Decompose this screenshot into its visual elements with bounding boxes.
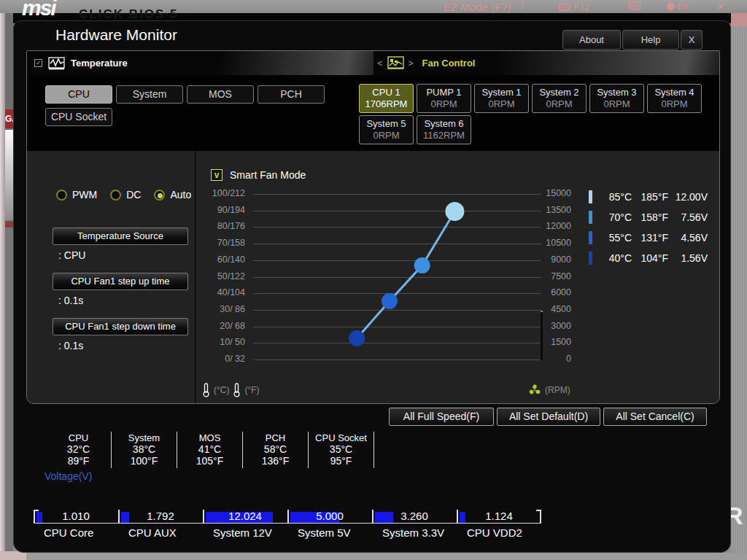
hardware-monitor-window: Hardware Monitor About Help X ✓ Temperat… bbox=[13, 20, 731, 553]
rpm-unit-label: (RPM) bbox=[545, 385, 570, 395]
smart-fan-checkbox[interactable]: v bbox=[211, 169, 222, 181]
temp-source-cpu[interactable]: CPU bbox=[45, 85, 112, 104]
status-celsius: 58°C bbox=[243, 443, 308, 455]
all-set-cancelbutton[interactable]: All Set Cancel(C) bbox=[603, 408, 707, 426]
status-fahrenheit: 89°F bbox=[46, 455, 111, 467]
mode-radio-dc[interactable]: DC bbox=[110, 189, 141, 201]
bios-left-widget bbox=[5, 130, 13, 220]
temperature-status-strip: CPU32°C89°FSystem38°C100°FMOS41°C105°FPC… bbox=[46, 432, 374, 468]
cpu-fan1-step-up-time-button[interactable]: CPU Fan1 step up time bbox=[53, 273, 188, 290]
status-fahrenheit: 105°F bbox=[177, 455, 242, 467]
fan-rpm: 0RPM bbox=[648, 98, 701, 110]
close-button[interactable]: X bbox=[681, 30, 703, 50]
bios-left-edge bbox=[0, 13, 5, 560]
status-temp-pch: PCH58°C136°F bbox=[243, 432, 309, 468]
setting-value: : 0.1s bbox=[58, 340, 188, 351]
all-full-speedbutton[interactable]: All Full Speed(F) bbox=[389, 408, 494, 426]
voltage-value-system-3-3v: 3.260 bbox=[372, 510, 457, 522]
fan-button-system-5[interactable]: System 50RPM bbox=[359, 115, 414, 144]
fan-button-system-6[interactable]: System 61162RPM bbox=[417, 115, 471, 144]
fan-point-row: 40°C104°F1.56V bbox=[589, 248, 708, 268]
setting-temperature-source: Temperature Source: CPU bbox=[53, 228, 188, 261]
voltage-label: System 3.3V bbox=[382, 526, 444, 539]
setting-value: : 0.1s bbox=[58, 295, 188, 306]
about-button[interactable]: About bbox=[562, 30, 621, 50]
temp-source-cpu-socket[interactable]: CPU Socket bbox=[45, 108, 112, 126]
cpu-fan1-step-down-time-button[interactable]: CPU Fan1 step down time bbox=[53, 318, 188, 335]
fan-button-system-4[interactable]: System 40RPM bbox=[647, 84, 702, 113]
panel-header: ✓ Temperature < bbox=[27, 51, 719, 75]
fan-button-system-3[interactable]: System 30RPM bbox=[589, 84, 644, 113]
checkbox-icon: ✓ bbox=[34, 59, 42, 67]
point-temp-c: 40°C bbox=[604, 252, 632, 264]
divider-slash: / bbox=[521, 0, 524, 12]
fan-rpm: 0RPM bbox=[417, 98, 471, 110]
temperature-chart-icon bbox=[48, 57, 65, 70]
status-fahrenheit: 95°F bbox=[309, 455, 374, 467]
fan-curve-point-55c[interactable] bbox=[382, 293, 398, 309]
point-temp-f: 131°F bbox=[632, 232, 668, 244]
setting-cpu-fan1-step-down-time: CPU Fan1 step down time: 0.1s bbox=[53, 318, 188, 351]
point-voltage: 1.56V bbox=[668, 252, 708, 264]
voltage-label: System 12V bbox=[213, 526, 272, 539]
fan-button-system-1[interactable]: System 10RPM bbox=[474, 84, 529, 113]
voltage-label: CPU AUX bbox=[128, 526, 177, 539]
mode-label: DC bbox=[126, 189, 141, 201]
tab-fan-control[interactable]: < > Fan Control bbox=[374, 51, 720, 75]
f12-label: F12 bbox=[573, 1, 589, 12]
msi-logo: msi bbox=[22, 0, 55, 20]
help-button[interactable]: Help bbox=[622, 30, 679, 50]
screenshot-f12-button[interactable]: F12 bbox=[559, 1, 589, 12]
thermometer-icon bbox=[233, 383, 241, 397]
temp-source-system[interactable]: System bbox=[116, 85, 183, 104]
point-voltage: 4.56V bbox=[668, 232, 708, 244]
mode-radio-auto[interactable]: Auto bbox=[154, 189, 191, 201]
bios-bottom-strip bbox=[0, 553, 747, 560]
fan-curve-point-70c[interactable] bbox=[414, 257, 430, 273]
all-set-defaultbutton[interactable]: All Set Default(D) bbox=[497, 408, 600, 426]
point-temp-f: 185°F bbox=[632, 191, 668, 203]
fan-curve-chart: 100/2121500090/1941350080/1761200070/158… bbox=[204, 190, 572, 367]
ez-mode-button[interactable]: EZ Mode (F7) bbox=[444, 1, 511, 13]
mode-radio-pwm[interactable]: PWM bbox=[56, 189, 97, 201]
bell-icon bbox=[667, 2, 675, 10]
mode-label: PWM bbox=[72, 189, 97, 201]
fan-control-content: PWMDCAuto Temperature Source: CPUCPU Fan… bbox=[27, 151, 719, 404]
prev-tab-icon[interactable]: < bbox=[378, 58, 383, 69]
monitor-icon[interactable] bbox=[629, 1, 640, 10]
fahrenheit-unit-label: (°F) bbox=[244, 385, 259, 395]
fan-curve-point-40c[interactable] bbox=[349, 330, 365, 346]
language-button[interactable]: En bbox=[667, 1, 689, 12]
next-tab-icon[interactable]: > bbox=[409, 58, 414, 69]
voltage-label: System 5V bbox=[298, 526, 351, 539]
fan-name: PUMP 1 bbox=[417, 86, 471, 98]
fan-button-pump-1[interactable]: PUMP 10RPM bbox=[417, 84, 471, 113]
temp-source-pch[interactable]: PCH bbox=[258, 85, 325, 104]
fan-point-table: 85°C185°F12.00V70°C158°F7.56V55°C131°F4.… bbox=[589, 187, 708, 268]
bios-right-accent bbox=[731, 13, 747, 26]
setting-cpu-fan1-step-up-time: CPU Fan1 step up time: 0.1s bbox=[53, 273, 188, 306]
status-temp-system: System38°C100°F bbox=[112, 432, 177, 468]
fan-name: System 3 bbox=[590, 86, 643, 98]
tab-temperature-label: Temperature bbox=[71, 58, 128, 69]
status-celsius: 35°C bbox=[309, 443, 374, 455]
fan-name: System 5 bbox=[360, 117, 413, 130]
status-temp-cpu-socket: CPU Socket35°C95°F bbox=[309, 432, 374, 468]
status-celsius: 41°C bbox=[177, 443, 242, 455]
point-temp-c: 70°C bbox=[604, 211, 632, 223]
temperature-source-button[interactable]: Temperature Source bbox=[53, 228, 188, 245]
click-bios-label: CLICK BIOS 5 bbox=[79, 7, 178, 22]
tab-temperature[interactable]: ✓ Temperature bbox=[27, 51, 374, 75]
fan-point-row: 70°C158°F7.56V bbox=[589, 207, 708, 228]
fan-button-cpu-1[interactable]: CPU 11706RPM bbox=[359, 84, 414, 113]
temp-source-mos[interactable]: MOS bbox=[187, 85, 254, 104]
fan-point-row: 55°C131°F4.56V bbox=[589, 228, 708, 248]
monitor-panel: ✓ Temperature < bbox=[26, 50, 720, 404]
point-temp-f: 158°F bbox=[632, 211, 668, 223]
language-label: En bbox=[677, 1, 689, 12]
bios-close-icon[interactable]: ✕ bbox=[716, 1, 725, 12]
fan-button-system-2[interactable]: System 20RPM bbox=[532, 84, 587, 113]
fan-curve-point-85c[interactable] bbox=[445, 202, 464, 221]
fan-action-buttons: All Full Speed(F)All Set Default(D)All S… bbox=[389, 408, 707, 426]
setting-value: : CPU bbox=[58, 249, 188, 261]
